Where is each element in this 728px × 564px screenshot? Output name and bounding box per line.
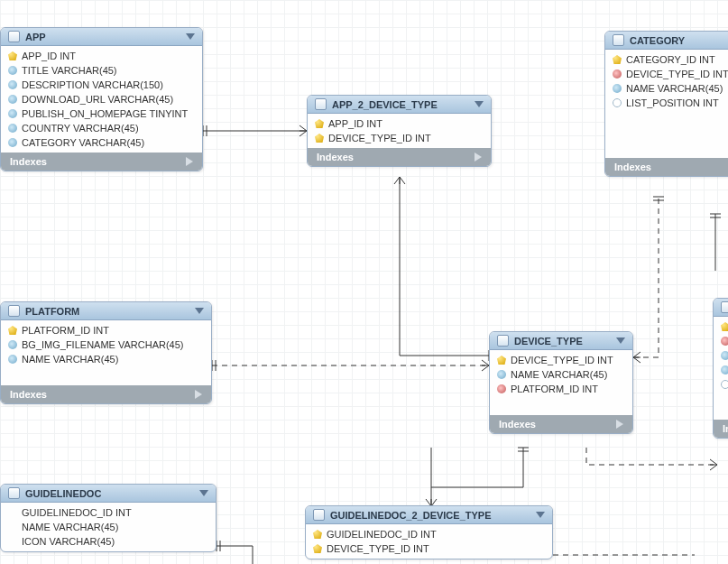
column-row[interactable]: LIST_POSITION INT [605, 96, 728, 110]
entity-app[interactable]: APPAPP_ID INTTITLE VARCHAR(45)DESCRIPTIO… [0, 27, 203, 171]
column-row[interactable]: APP_ID INT [1, 49, 202, 63]
column-row[interactable]: DOWNLOAD_URL VARCHAR(45) [1, 92, 202, 106]
column-row[interactable]: PLATFORM_ID INT [490, 382, 632, 396]
key-col-icon [8, 109, 17, 118]
entity-title: APP [25, 32, 46, 42]
key-fk-icon [497, 384, 506, 393]
er-canvas[interactable]: APPAPP_ID INTTITLE VARCHAR(45)DESCRIPTIO… [0, 0, 728, 564]
chevron-down-icon[interactable] [195, 308, 204, 314]
entity-category[interactable]: CATEGORYCATEGORY_ID INTDEVICE_TYPE_ID IN… [604, 31, 728, 177]
key-pk-icon [315, 134, 324, 143]
indexes-footer[interactable]: Indexes [1, 153, 202, 171]
entity-guidelinedoc[interactable]: GUIDELINEDOCGUIDELINEDOC_ID INTNAME VARC… [0, 484, 217, 552]
column-row[interactable]: I [714, 363, 728, 377]
entity-title: GUIDELINEDOC_2_DEVICE_TYPE [330, 510, 492, 521]
indexes-footer[interactable]: Indexes [308, 148, 491, 166]
indexes-footer[interactable]: Indexes [714, 420, 728, 438]
entity-devicetype[interactable]: DEVICE_TYPEDEVICE_TYPE_ID INTNAME VARCHA… [489, 331, 633, 434]
column-row[interactable]: N [714, 348, 728, 363]
entity-header[interactable]: GUIDELINEDOC_2_DEVICE_TYPE [306, 506, 552, 524]
column-list: ICNIC [714, 317, 728, 394]
entity-title: GUIDELINEDOC [25, 488, 101, 499]
column-name: PUBLISH_ON_HOMEPAGE TINYINT [22, 108, 188, 119]
column-row[interactable]: NAME VARCHAR(45) [1, 352, 211, 366]
entity-header[interactable]: PLATFORM [1, 302, 211, 320]
chevron-down-icon[interactable] [475, 101, 484, 107]
column-row[interactable]: CATEGORY VARCHAR(45) [1, 135, 202, 150]
table-icon [315, 98, 327, 110]
column-name: DEVICE_TYPE_ID INT [626, 69, 728, 79]
column-list: PLATFORM_ID INTBG_IMG_FILENAME VARCHAR(4… [1, 320, 211, 369]
entity-app2dt[interactable]: APP_2_DEVICE_TYPEAPP_ID INTDEVICE_TYPE_I… [307, 95, 492, 167]
chevron-down-icon[interactable] [199, 490, 208, 496]
column-list: GUIDELINEDOC_ID INTDEVICE_TYPE_ID INT [306, 524, 552, 559]
key-col-icon [8, 138, 17, 147]
entity-title: CATEGORY [630, 35, 685, 46]
column-name: DESCRIPTION VARCHAR(150) [22, 79, 163, 90]
indexes-label: Indexes [317, 152, 354, 162]
key-col-icon [8, 355, 17, 364]
column-row[interactable]: PUBLISH_ON_HOMEPAGE TINYINT [1, 106, 202, 121]
table-icon [721, 301, 728, 313]
indexes-label: Indexes [10, 156, 47, 167]
column-name: APP_ID INT [22, 51, 76, 61]
column-name: PLATFORM_ID INT [511, 384, 598, 394]
chevron-down-icon[interactable] [186, 33, 195, 40]
entity-header[interactable]: GUIDELINEDOC [1, 485, 216, 503]
table-icon [613, 34, 624, 46]
entity-header[interactable] [714, 299, 728, 317]
column-row[interactable]: DESCRIPTION VARCHAR(150) [1, 78, 202, 92]
column-row[interactable]: APP_ID INT [308, 116, 491, 131]
indexes-footer[interactable]: Indexes [1, 385, 211, 403]
key-col-icon [721, 351, 728, 360]
column-row[interactable]: PLATFORM_ID INT [1, 323, 211, 337]
indexes-label: Indexes [614, 162, 651, 172]
play-icon [195, 390, 202, 399]
column-row[interactable]: NAME VARCHAR(45) [1, 520, 216, 534]
column-row[interactable]: GUIDELINEDOC_ID INT [306, 527, 552, 541]
chevron-down-icon[interactable] [616, 337, 625, 344]
entity-header[interactable]: APP_2_DEVICE_TYPE [308, 96, 491, 114]
column-row[interactable]: C [714, 334, 728, 348]
column-row[interactable]: C [714, 377, 728, 392]
column-name: DEVICE_TYPE_ID INT [328, 133, 431, 143]
column-row[interactable]: ICON VARCHAR(45) [1, 534, 216, 549]
key-none-icon [8, 537, 17, 546]
key-none-icon [8, 508, 17, 517]
column-row[interactable]: COUNTRY VARCHAR(45) [1, 121, 202, 135]
column-row[interactable]: BG_IMG_FILENAME VARCHAR(45) [1, 337, 211, 352]
column-row[interactable]: DEVICE_TYPE_ID INT [605, 67, 728, 81]
column-list: CATEGORY_ID INTDEVICE_TYPE_ID INTNAME VA… [605, 50, 728, 113]
entity-header[interactable]: CATEGORY [605, 32, 728, 50]
column-name: GUIDELINEDOC_ID INT [327, 529, 437, 540]
entity-header[interactable]: APP [1, 28, 202, 46]
column-name: TITLE VARCHAR(45) [22, 65, 117, 76]
column-name: NAME VARCHAR(45) [626, 83, 723, 94]
column-name: BG_IMG_FILENAME VARCHAR(45) [22, 339, 184, 350]
column-row[interactable]: NAME VARCHAR(45) [605, 81, 728, 96]
key-pk-icon [313, 530, 322, 539]
column-row[interactable]: GUIDELINEDOC_ID INT [1, 505, 216, 520]
entity-platform[interactable]: PLATFORMPLATFORM_ID INTBG_IMG_FILENAME V… [0, 301, 212, 404]
indexes-footer[interactable]: Indexes [605, 158, 728, 176]
entity-gd2dt[interactable]: GUIDELINEDOC_2_DEVICE_TYPEGUIDELINEDOC_I… [305, 505, 553, 559]
entity-ent_partial[interactable]: ICNICIndexes [713, 298, 728, 439]
column-row[interactable]: DEVICE_TYPE_ID INT [490, 353, 632, 367]
column-row[interactable]: TITLE VARCHAR(45) [1, 63, 202, 78]
column-name: LIST_POSITION INT [626, 97, 719, 108]
column-row[interactable]: DEVICE_TYPE_ID INT [308, 131, 491, 145]
entity-header[interactable]: DEVICE_TYPE [490, 332, 632, 350]
key-fk-icon [721, 337, 728, 346]
column-row[interactable]: I [714, 319, 728, 334]
key-col-icon [8, 80, 17, 89]
column-row[interactable]: DEVICE_TYPE_ID INT [306, 541, 552, 556]
key-pk-icon [8, 51, 17, 60]
key-col-icon [8, 340, 17, 349]
table-icon [8, 305, 20, 317]
indexes-footer[interactable]: Indexes [490, 415, 632, 433]
chevron-down-icon[interactable] [536, 512, 545, 518]
table-icon [8, 487, 20, 499]
column-row[interactable]: NAME VARCHAR(45) [490, 367, 632, 382]
entity-title: PLATFORM [25, 306, 79, 317]
column-row[interactable]: CATEGORY_ID INT [605, 52, 728, 67]
